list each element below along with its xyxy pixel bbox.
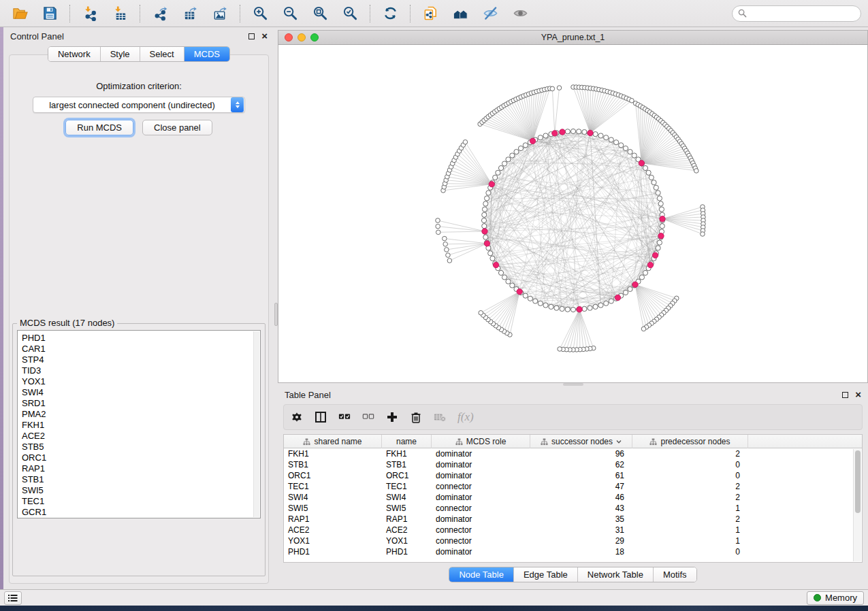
mcds-result-item[interactable]: TEC1 xyxy=(22,496,260,507)
mcds-result-item[interactable]: RAP1 xyxy=(22,463,260,474)
table-scrollbar[interactable] xyxy=(853,449,861,561)
column-header-predecessor-nodes[interactable]: predecessor nodes xyxy=(632,435,748,448)
column-header-shared-name[interactable]: shared name xyxy=(284,435,382,448)
duplicate-network-button[interactable] xyxy=(417,3,443,24)
tab-network-table[interactable]: Network Table xyxy=(578,567,654,582)
mcds-result-item[interactable]: ACE2 xyxy=(22,431,260,442)
task-history-button[interactable] xyxy=(4,591,22,605)
columns-icon xyxy=(315,411,327,423)
first-neighbors-button[interactable] xyxy=(447,3,473,24)
mcds-list-scrollbar[interactable] xyxy=(253,331,259,517)
table-row[interactable]: TEC1TEC1connector472 xyxy=(284,481,862,492)
table-cell: YOX1 xyxy=(284,535,382,546)
float-panel-icon[interactable] xyxy=(842,392,848,398)
mcds-result-item[interactable]: YOX1 xyxy=(22,376,260,387)
table-row[interactable]: STB1STB1dominator620 xyxy=(284,459,862,470)
close-panel-icon[interactable]: × xyxy=(261,33,268,39)
table-row[interactable]: SWI4SWI4dominator462 xyxy=(284,492,862,503)
delete-column-button[interactable] xyxy=(410,411,422,423)
mcds-result-item[interactable]: FKH1 xyxy=(22,420,260,431)
search-input[interactable] xyxy=(732,5,861,22)
mcds-result-item[interactable]: STP4 xyxy=(22,354,260,365)
import-table-button[interactable] xyxy=(107,3,133,24)
export-image-button[interactable] xyxy=(207,3,233,24)
mcds-result-item[interactable]: STB1 xyxy=(22,474,260,485)
deselect-all-rows-button[interactable] xyxy=(362,411,374,423)
table-row[interactable]: SWI5SWI5connector431 xyxy=(284,503,862,514)
mcds-result-item[interactable]: SRD1 xyxy=(22,398,260,409)
import-network-button[interactable] xyxy=(77,3,103,24)
column-header-name[interactable]: name xyxy=(382,435,432,448)
zoom-selected-button[interactable] xyxy=(337,3,363,24)
scrollbar-thumb[interactable] xyxy=(855,450,861,513)
list-icon xyxy=(8,594,18,602)
apply-layout-button[interactable] xyxy=(377,3,403,24)
memory-button[interactable]: Memory xyxy=(807,591,864,605)
table-row[interactable]: ORC1ORC1dominator610 xyxy=(284,470,862,481)
mcds-result-item[interactable]: TID3 xyxy=(22,365,260,376)
tab-node-table[interactable]: Node Table xyxy=(449,567,514,582)
table-body: FKH1FKH1dominator962STB1STB1dominator620… xyxy=(284,448,862,557)
criterion-dropdown[interactable]: largest connected component (undirected) xyxy=(33,97,245,113)
horizontal-splitter[interactable] xyxy=(278,383,868,386)
run-mcds-button[interactable]: Run MCDS xyxy=(65,120,133,135)
show-all-button[interactable] xyxy=(507,3,533,24)
minimize-window-icon[interactable] xyxy=(298,33,306,42)
column-header-mcds-role[interactable]: MCDS role xyxy=(432,435,530,448)
tab-mcds[interactable]: MCDS xyxy=(184,47,229,61)
close-panel-button[interactable]: Close panel xyxy=(142,120,212,135)
table-row[interactable]: YOX1YOX1connector291 xyxy=(284,535,862,546)
memory-label: Memory xyxy=(825,593,857,603)
table-cell: 0 xyxy=(632,470,748,481)
vertical-splitter[interactable] xyxy=(274,27,278,589)
close-window-icon[interactable] xyxy=(285,33,293,42)
table-row[interactable]: RAP1RAP1dominator352 xyxy=(284,514,862,525)
mcds-result-item[interactable]: PHD1 xyxy=(22,333,260,344)
tab-edge-table[interactable]: Edge Table xyxy=(514,567,578,582)
zoom-in-icon xyxy=(253,5,268,21)
show-columns-button[interactable] xyxy=(315,411,327,423)
mcds-result-item[interactable]: STB5 xyxy=(22,442,260,452)
tab-motifs[interactable]: Motifs xyxy=(654,567,696,582)
mcds-result-item[interactable]: SWI4 xyxy=(22,387,260,398)
save-session-button[interactable] xyxy=(37,3,63,24)
open-file-button[interactable] xyxy=(7,3,33,24)
mcds-result-item[interactable]: CAR1 xyxy=(22,344,260,354)
mcds-result-item[interactable]: SWI5 xyxy=(22,485,260,496)
export-network-button[interactable] xyxy=(147,3,173,24)
sitemap-icon xyxy=(541,438,548,446)
maximize-window-icon[interactable] xyxy=(310,33,319,42)
column-header-successor-nodes[interactable]: successor nodes xyxy=(530,435,632,448)
table-panel: Table Panel × f(x) xyxy=(278,386,868,589)
tab-select[interactable]: Select xyxy=(140,47,184,61)
table-cell: TEC1 xyxy=(382,481,432,492)
export-table-button[interactable] xyxy=(177,3,203,24)
mcds-result-list[interactable]: PHD1CAR1STP4TID3YOX1SWI4SRD1PMA2FKH1ACE2… xyxy=(17,330,261,518)
toolbar-separator xyxy=(69,5,70,22)
select-all-rows-button[interactable] xyxy=(338,411,351,423)
table-row[interactable]: PHD1PHD1dominator180 xyxy=(284,546,862,557)
add-column-button[interactable] xyxy=(386,411,398,423)
table-row[interactable]: FKH1FKH1dominator962 xyxy=(284,448,862,459)
zoom-fit-button[interactable] xyxy=(307,3,333,24)
tab-network[interactable]: Network xyxy=(48,47,101,61)
table-cell: RAP1 xyxy=(284,514,382,525)
close-panel-icon[interactable]: × xyxy=(855,391,861,398)
tab-style[interactable]: Style xyxy=(101,47,140,61)
zoom-in-button[interactable] xyxy=(247,3,273,24)
plus-icon xyxy=(386,411,398,423)
float-panel-icon[interactable] xyxy=(248,33,255,39)
hide-selected-button[interactable] xyxy=(477,3,503,24)
toolbar-separator xyxy=(370,5,370,22)
network-titlebar[interactable]: YPA_prune.txt_1 xyxy=(278,30,868,45)
table-row[interactable]: ACE2ACE2connector311 xyxy=(284,525,862,535)
splitter-grip[interactable] xyxy=(274,303,278,326)
mcds-result-item[interactable]: ORC1 xyxy=(22,452,260,463)
mcds-result-item[interactable]: PMA2 xyxy=(22,409,260,420)
mcds-result-item[interactable]: GCR1 xyxy=(22,507,260,518)
table-settings-button[interactable] xyxy=(291,411,303,423)
network-canvas[interactable] xyxy=(278,45,868,383)
zoom-out-button[interactable] xyxy=(277,3,303,24)
splitter-grip[interactable] xyxy=(563,383,583,386)
table-cell: 1 xyxy=(632,525,748,535)
